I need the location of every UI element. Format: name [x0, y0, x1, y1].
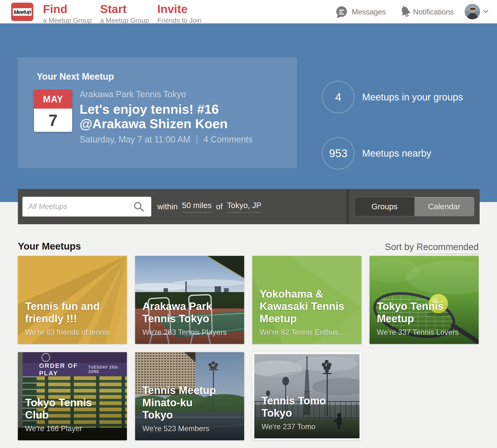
- section-title: Your Meetups: [18, 241, 81, 252]
- toggle-groups-button[interactable]: Groups: [355, 197, 415, 216]
- card-title: Arakawa Park Tennis Tokyo: [142, 300, 232, 325]
- event-comments-link[interactable]: 4 Comments: [203, 134, 253, 144]
- meetup-logo[interactable]: Meetup: [11, 3, 33, 21]
- event-title-link[interactable]: Let's enjoy tennis! #16 @Arakawa Shizen …: [80, 102, 248, 131]
- meetup-logo-text: Meetup: [14, 8, 31, 15]
- card-title: Yokohama & Kawasaki Tennis Meetup: [260, 288, 349, 325]
- card-subtitle: We're 523 Members: [142, 424, 232, 433]
- stat-label: Meetups in your groups: [362, 92, 463, 103]
- group-card-tennis-fun-friendly[interactable]: Tennis fun and friendly !!! We're 63 fri…: [18, 256, 127, 344]
- scoreboard-header: ORDER OF PLAY TUESDAY 25th JUNE: [23, 363, 127, 376]
- card-text: Tokyo Tennis Club We're 166 Player: [25, 396, 115, 433]
- meetup-home-page: Meetup Find a Meetup Group Start a Meetu…: [0, 0, 497, 448]
- card-text: Yokohama & Kawasaki Tennis Meetup We're …: [260, 288, 349, 337]
- nav-start-group[interactable]: Start a Meetup Group: [100, 3, 149, 24]
- scoreboard-title: ORDER OF PLAY: [39, 362, 88, 377]
- group-card-tennis-tomo[interactable]: Tennis Tomo Tokyo We're 237 Tomo: [252, 352, 361, 440]
- next-meetup-card[interactable]: Your Next Meetup MAY 7 Arakawa Park Tenn…: [18, 57, 297, 168]
- card-subtitle: We're 337 Tennis Lovers: [377, 328, 466, 337]
- card-title: Tennis Meetup Minato-ku Tokyo: [142, 384, 219, 421]
- calendar-month: MAY: [34, 90, 72, 109]
- group-card-tokyo-tennis-meetup[interactable]: Tokyo Tennis Meetup We're 337 Tennis Lov…: [370, 256, 479, 344]
- nav-invite-friends[interactable]: Invite Friends to Join: [157, 3, 202, 24]
- card-title: Tokyo Tennis Meetup: [377, 300, 466, 325]
- user-menu-chevron-down-icon[interactable]: [483, 10, 489, 15]
- scoreboard-top-band: [23, 352, 127, 363]
- group-card-minato-ku[interactable]: Tennis Meetup Minato-ku Tokyo We're 523 …: [135, 352, 244, 440]
- nav-start-title: Start: [100, 3, 149, 15]
- card-subtitle: We're 63 friends of tennis: [25, 328, 115, 337]
- stat-circle: 953: [322, 137, 354, 169]
- view-toggle: Groups Calendar: [354, 197, 474, 216]
- search-magnifier-icon[interactable]: [133, 201, 144, 213]
- top-navbar: Meetup Find a Meetup Group Start a Meetu…: [0, 0, 497, 23]
- stat-meetups-nearby[interactable]: 953 Meetups nearby: [322, 137, 431, 169]
- within-label: within: [157, 202, 178, 211]
- card-subtitle: We're 166 Player: [25, 424, 115, 433]
- calendar-date-icon: MAY 7: [34, 90, 72, 132]
- notifications-bell-icon[interactable]: [399, 5, 413, 20]
- card-subtitle: We're 263 Tennis Players: [142, 328, 232, 337]
- framed-photo: Tennis Tomo Tokyo We're 237 Tomo: [254, 354, 359, 438]
- stat-meetups-in-groups[interactable]: 4 Meetups in your groups: [322, 81, 463, 113]
- scoreboard-logo: [42, 353, 50, 362]
- event-group-name[interactable]: Arakawa Park Tennis Tokyo: [80, 89, 253, 99]
- group-card-arakawa-park-tennis[interactable]: Arakawa Park Tennis Tokyo We're 263 Tenn…: [135, 256, 244, 344]
- group-card-yokohama-kawasaki[interactable]: Yokohama & Kawasaki Tennis Meetup We're …: [252, 256, 361, 344]
- search-bar: within 50 miles of Tokyo, JP Groups Cale…: [18, 189, 480, 224]
- of-label: of: [216, 202, 223, 211]
- sort-label: Sort by: [385, 242, 414, 252]
- notifications-label[interactable]: Notifications: [413, 8, 454, 16]
- stat-circle: 4: [322, 81, 354, 113]
- bar-divider: [346, 189, 349, 224]
- divider: [197, 135, 197, 144]
- card-subtitle: We're 237 Tomo: [262, 422, 347, 431]
- event-time-row: Saturday, May 7 at 11:00 AM 4 Comments: [80, 134, 253, 144]
- card-text: Tennis Meetup Minato-ku Tokyo We're 523 …: [142, 384, 232, 433]
- nav-find-title: Find: [43, 3, 92, 15]
- card-text: Tennis fun and friendly !!! We're 63 fri…: [25, 300, 115, 337]
- group-card-tokyo-tennis-club[interactable]: ORDER OF PLAY TUESDAY 25th JUNE Tokyo Te…: [18, 352, 127, 440]
- card-title: Tennis Tomo Tokyo: [262, 394, 347, 419]
- messages-label[interactable]: Messages: [352, 8, 386, 16]
- card-text: Tennis Tomo Tokyo We're 237 Tomo: [262, 394, 347, 431]
- messages-icon[interactable]: [335, 5, 348, 20]
- stat-label: Meetups nearby: [362, 148, 431, 159]
- meetup-logo-band: Meetup: [13, 8, 31, 16]
- card-title: Tokyo Tennis Club: [25, 396, 115, 421]
- toggle-calendar-button[interactable]: Calendar: [415, 197, 474, 216]
- location-select[interactable]: Tokyo, JP: [227, 201, 262, 213]
- search-scope-row: within 50 miles of Tokyo, JP: [157, 189, 262, 224]
- card-text: Tokyo Tennis Meetup We're 337 Tennis Lov…: [377, 300, 466, 337]
- distance-select[interactable]: 50 miles: [182, 201, 212, 213]
- card-text: Arakawa Park Tennis Tokyo We're 263 Tenn…: [142, 300, 232, 337]
- calendar-day: 7: [34, 109, 72, 132]
- avatar[interactable]: [465, 4, 480, 19]
- card-title: Tennis fun and friendly !!!: [25, 300, 115, 325]
- nav-invite-title: Invite: [157, 3, 202, 15]
- search-input[interactable]: [22, 197, 151, 217]
- next-meetup-heading: Your Next Meetup: [37, 71, 114, 82]
- hero-section: Your Next Meetup MAY 7 Arakawa Park Tenn…: [0, 23, 497, 202]
- event-datetime: Saturday, May 7 at 11:00 AM: [80, 134, 190, 144]
- sort-row: Sort by Recommended: [385, 242, 479, 252]
- sort-value-select[interactable]: Recommended: [416, 242, 479, 254]
- card-subtitle: We're 82 Tennis Enthus…: [260, 328, 349, 337]
- nav-find-group[interactable]: Find a Meetup Group: [43, 3, 92, 24]
- next-meetup-details: Arakawa Park Tennis Tokyo Let's enjoy te…: [80, 89, 253, 144]
- scoreboard-date: TUESDAY 25th JUNE: [88, 365, 123, 374]
